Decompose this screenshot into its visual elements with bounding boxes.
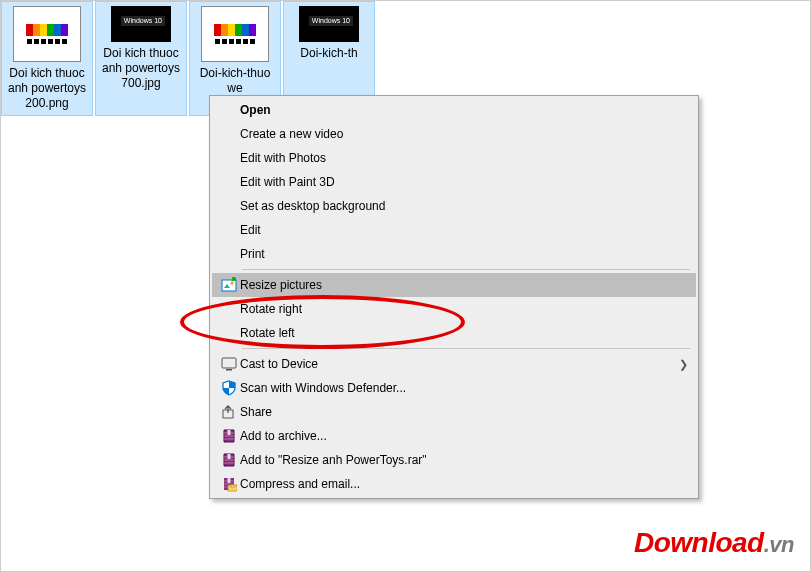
share-icon bbox=[218, 404, 240, 420]
archive-email-icon bbox=[218, 476, 240, 492]
menu-open[interactable]: Open bbox=[212, 98, 696, 122]
shield-icon bbox=[218, 380, 240, 396]
svg-rect-6 bbox=[228, 454, 231, 459]
resize-icon bbox=[218, 277, 240, 293]
archive-icon bbox=[218, 452, 240, 468]
svg-rect-0 bbox=[222, 280, 236, 291]
svg-point-1 bbox=[231, 282, 234, 285]
thumbnail bbox=[201, 6, 269, 62]
menu-resize-pictures[interactable]: Resize pictures bbox=[212, 273, 696, 297]
menu-add-to-rar[interactable]: Add to "Resize anh PowerToys.rar" bbox=[212, 448, 696, 472]
menu-rotate-right[interactable]: Rotate right bbox=[212, 297, 696, 321]
menu-rotate-left[interactable]: Rotate left bbox=[212, 321, 696, 345]
file-item[interactable]: Windows 10 Doi kich thuoc anh powertoys … bbox=[95, 1, 187, 116]
svg-rect-7 bbox=[228, 478, 231, 483]
menu-separator bbox=[242, 269, 690, 270]
file-item[interactable]: Doi kich thuoc anh powertoys 200.png bbox=[1, 1, 93, 116]
watermark: Download.vn bbox=[634, 527, 794, 559]
menu-edit-photos[interactable]: Edit with Photos bbox=[212, 146, 696, 170]
file-label: Doi kich thuoc anh powertoys 200.png bbox=[4, 66, 90, 111]
thumbnail: Windows 10 bbox=[299, 6, 359, 42]
chevron-right-icon: ❯ bbox=[679, 358, 688, 371]
menu-compress-email[interactable]: Compress and email... bbox=[212, 472, 696, 496]
windows-badge: Windows 10 bbox=[121, 16, 165, 26]
thumbnail bbox=[13, 6, 81, 62]
menu-create-video[interactable]: Create a new video bbox=[212, 122, 696, 146]
menu-share[interactable]: Share bbox=[212, 400, 696, 424]
menu-cast-to-device[interactable]: Cast to Device ❯ bbox=[212, 352, 696, 376]
menu-set-background[interactable]: Set as desktop background bbox=[212, 194, 696, 218]
cast-icon bbox=[218, 356, 240, 372]
svg-rect-3 bbox=[226, 369, 232, 371]
thumbnail: Windows 10 bbox=[111, 6, 171, 42]
menu-print[interactable]: Print bbox=[212, 242, 696, 266]
menu-edit-paint3d[interactable]: Edit with Paint 3D bbox=[212, 170, 696, 194]
archive-icon bbox=[218, 428, 240, 444]
svg-rect-2 bbox=[222, 358, 236, 368]
context-menu: Open Create a new video Edit with Photos… bbox=[209, 95, 699, 499]
file-label: Doi-kich-thuo we bbox=[200, 66, 271, 96]
file-label: Doi kich thuoc anh powertoys 700.jpg bbox=[98, 46, 184, 91]
svg-rect-5 bbox=[228, 430, 231, 435]
file-label: Doi-kich-th bbox=[300, 46, 357, 61]
menu-edit[interactable]: Edit bbox=[212, 218, 696, 242]
menu-add-archive[interactable]: Add to archive... bbox=[212, 424, 696, 448]
menu-separator bbox=[242, 348, 690, 349]
menu-windows-defender[interactable]: Scan with Windows Defender... bbox=[212, 376, 696, 400]
windows-badge: Windows 10 bbox=[309, 16, 353, 26]
